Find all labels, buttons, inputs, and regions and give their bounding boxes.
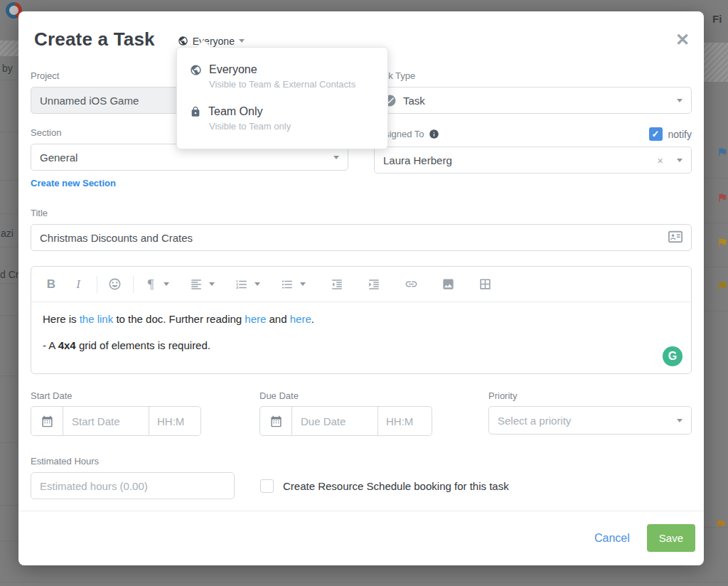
bg-row-divider	[0, 582, 728, 582]
bg-row-divider	[704, 178, 728, 179]
title-input[interactable]	[31, 224, 692, 251]
clear-assignee-icon[interactable]: ×	[657, 154, 663, 166]
insert-table-icon[interactable]	[476, 276, 493, 293]
bg-row-divider	[0, 132, 18, 132]
resource-booking-label: Create Resource Schedule booking for thi…	[283, 480, 509, 492]
due-date-group: Due Date	[259, 390, 432, 436]
option-label: Team Only	[208, 105, 262, 118]
editor-toolbar: B I ¶	[31, 267, 691, 302]
bg-text-azi: azi	[1, 228, 14, 239]
bg-row-divider	[0, 213, 18, 214]
flag-icon-blue	[717, 146, 728, 158]
privacy-dropdown-trigger[interactable]: Everyone	[178, 36, 245, 47]
bullet-list-icon[interactable]	[279, 276, 296, 293]
outdent-icon[interactable]	[328, 276, 346, 293]
link-icon[interactable]	[402, 276, 419, 293]
contact-card-icon[interactable]	[668, 230, 683, 244]
description-content[interactable]: Here is the link to the doc. Further rea…	[31, 302, 691, 363]
description-paragraph: Here is the link to the doc. Further rea…	[43, 311, 680, 327]
bold-icon[interactable]: B	[43, 276, 60, 293]
chevron-down-icon	[300, 282, 306, 286]
align-icon[interactable]	[188, 276, 205, 293]
create-new-section-link[interactable]: Create new Section	[31, 178, 116, 188]
due-date-input[interactable]	[292, 407, 378, 435]
modal-footer: Cancel Save	[18, 511, 704, 565]
italic-icon[interactable]: I	[70, 276, 87, 293]
chevron-down-icon	[677, 159, 682, 162]
bg-table-header-left	[0, 41, 18, 56]
bg-row-divider	[0, 247, 18, 247]
estimated-hours-label: Estimated Hours	[31, 456, 235, 467]
option-description: Visible to Team & External Contacts	[209, 79, 375, 90]
priority-group: Priority Select a priority	[488, 390, 692, 436]
emoji-icon[interactable]	[106, 276, 123, 293]
indent-icon[interactable]	[365, 276, 382, 293]
description-paragraph: - A 4x4 grid of elements is required.	[43, 338, 680, 353]
notify-checkbox[interactable]: ✓	[649, 127, 663, 141]
text-run: and	[266, 313, 289, 325]
assigned-to-select[interactable]: Laura Herberg ×	[374, 146, 692, 174]
create-task-modal: Create a Task Everyone ✕ Everyone Visibl…	[18, 11, 704, 565]
start-date-input[interactable]	[63, 407, 149, 435]
bg-row-divider	[704, 223, 728, 223]
here-link[interactable]: here	[290, 313, 311, 325]
globe-icon	[190, 64, 202, 76]
close-icon[interactable]: ✕	[675, 33, 690, 47]
numbered-list-icon[interactable]	[233, 276, 250, 293]
text-run: Here is	[43, 313, 80, 325]
bg-text-fi: Fi	[712, 13, 722, 25]
due-time-input[interactable]	[378, 407, 429, 435]
paragraph-style-icon[interactable]: ¶	[142, 276, 159, 293]
assigned-to-value: Laura Herberg	[383, 154, 651, 166]
chevron-down-icon	[209, 282, 215, 286]
resource-booking-checkbox[interactable]	[260, 479, 274, 493]
calendar-icon[interactable]	[31, 407, 63, 435]
bg-row-divider	[0, 315, 18, 316]
modal-header: Create a Task Everyone ✕	[18, 11, 704, 50]
option-label: Everyone	[209, 63, 257, 76]
doc-link[interactable]: the link	[80, 313, 114, 325]
privacy-dropdown-menu: Everyone Visible to Team & External Cont…	[176, 47, 388, 149]
chevron-down-icon	[239, 39, 245, 43]
chevron-down-icon	[677, 99, 682, 102]
priority-placeholder: Select a priority	[498, 415, 670, 427]
assigned-to-field-group: Assigned To ✓ notify Laura Herberg ×	[374, 127, 692, 189]
calendar-icon[interactable]	[260, 407, 292, 435]
task-type-field-group: Task Type Task	[374, 70, 692, 114]
bg-text-by: by	[2, 63, 13, 74]
option-description: Visible to Team only	[209, 121, 375, 132]
here-link[interactable]: here	[245, 313, 266, 325]
privacy-option-everyone[interactable]: Everyone Visible to Team & External Cont…	[177, 58, 387, 95]
bg-row-divider	[0, 283, 18, 284]
bg-row-divider	[0, 540, 18, 541]
insert-image-icon[interactable]	[439, 276, 456, 293]
priority-select[interactable]: Select a priority	[488, 406, 692, 435]
bg-row-divider	[0, 442, 18, 443]
cancel-button[interactable]: Cancel	[594, 532, 630, 545]
chevron-down-icon	[333, 156, 339, 159]
flag-icon-yellow	[717, 237, 728, 248]
description-editor: B I ¶	[31, 266, 692, 374]
bg-row-divider	[0, 375, 18, 376]
bg-text-dcr: d Cr	[0, 269, 18, 280]
notify-label: notify	[668, 129, 692, 140]
text-run: - A	[43, 339, 58, 351]
chevron-down-icon	[164, 282, 169, 286]
task-type-value: Task	[403, 95, 670, 107]
flag-icon-red	[717, 192, 728, 203]
info-icon[interactable]	[429, 129, 439, 139]
bg-table-header-right	[704, 43, 728, 82]
due-date-label: Due Date	[259, 390, 432, 401]
bg-row-divider	[0, 505, 18, 506]
save-button[interactable]: Save	[647, 524, 695, 552]
title-field-group: Title	[31, 208, 692, 251]
estimated-hours-input[interactable]	[31, 472, 235, 499]
task-type-label: Task Type	[374, 70, 692, 81]
bg-row-divider	[0, 180, 18, 181]
flag-icon-orange	[715, 518, 727, 530]
bg-row-divider	[704, 267, 728, 267]
start-time-input[interactable]	[149, 407, 200, 435]
grammarly-icon[interactable]: G	[663, 346, 682, 366]
privacy-option-team-only[interactable]: Team Only Visible to Team only	[177, 100, 387, 137]
task-type-select[interactable]: Task	[374, 87, 692, 114]
